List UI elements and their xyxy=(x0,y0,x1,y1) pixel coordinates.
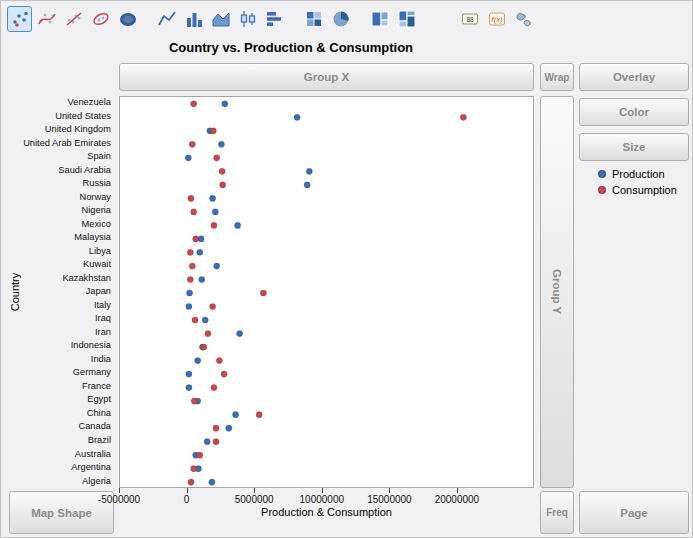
point-consumption[interactable] xyxy=(188,195,194,201)
point-production[interactable] xyxy=(199,276,205,282)
points-icon[interactable] xyxy=(7,6,32,32)
point-consumption[interactable] xyxy=(187,276,193,282)
point-production[interactable] xyxy=(197,249,203,255)
point-consumption[interactable] xyxy=(201,344,207,350)
point-production[interactable] xyxy=(222,101,228,107)
line-of-fit-icon[interactable] xyxy=(61,6,86,32)
drop-zone-overlay[interactable]: Overlay xyxy=(579,63,689,91)
map-shapes-icon[interactable] xyxy=(511,6,536,32)
point-consumption[interactable] xyxy=(210,128,216,134)
point-consumption[interactable] xyxy=(187,249,193,255)
svg-text:88: 88 xyxy=(466,16,474,23)
mosaic-icon[interactable] xyxy=(394,6,419,32)
legend-item-consumption[interactable]: Consumption xyxy=(598,184,677,196)
point-production[interactable] xyxy=(294,114,300,120)
y-axis-category: Kuwait xyxy=(15,258,116,272)
y-axis-category: India xyxy=(15,353,116,367)
drop-zone-group-x[interactable]: Group X xyxy=(119,63,534,91)
point-consumption[interactable] xyxy=(189,141,195,147)
point-consumption[interactable] xyxy=(191,398,197,404)
point-production[interactable] xyxy=(304,182,310,188)
drop-zone-size[interactable]: Size xyxy=(579,133,689,161)
y-axis-category: Kazakhstan xyxy=(15,272,116,286)
point-production[interactable] xyxy=(209,479,215,485)
point-production[interactable] xyxy=(233,412,239,418)
point-production[interactable] xyxy=(186,371,192,377)
drop-zone-color[interactable]: Color xyxy=(579,98,689,126)
point-consumption[interactable] xyxy=(189,263,195,269)
point-production[interactable] xyxy=(210,195,216,201)
area-icon[interactable] xyxy=(208,6,233,32)
point-production[interactable] xyxy=(204,439,210,445)
x-tick-label: 10000000 xyxy=(300,494,345,505)
heatmap-icon[interactable] xyxy=(301,6,326,32)
contour-icon[interactable] xyxy=(115,6,140,32)
point-consumption[interactable] xyxy=(214,155,220,161)
drop-zone-group-y[interactable]: Group Y xyxy=(540,96,574,488)
point-production[interactable] xyxy=(187,290,193,296)
graph-builder-window: 88f(x) Country vs. Production & Consumpt… xyxy=(0,0,693,538)
point-consumption[interactable] xyxy=(213,439,219,445)
y-axis-category: Mexico xyxy=(15,218,116,232)
point-consumption[interactable] xyxy=(211,385,217,391)
point-consumption[interactable] xyxy=(220,182,226,188)
point-consumption[interactable] xyxy=(193,236,199,242)
legend: ProductionConsumption xyxy=(598,168,677,196)
point-consumption[interactable] xyxy=(210,303,216,309)
bar-icon[interactable] xyxy=(181,6,206,32)
point-production[interactable] xyxy=(185,155,191,161)
y-axis-labels: VenezuelaUnited StatesUnited KingdomUnit… xyxy=(15,96,116,488)
formula-icon[interactable]: f(x) xyxy=(484,6,509,32)
point-consumption[interactable] xyxy=(260,290,266,296)
point-consumption[interactable] xyxy=(197,452,203,458)
drop-zone-group-x-label: Group X xyxy=(304,71,349,83)
y-axis-category: Iran xyxy=(15,326,116,340)
point-production[interactable] xyxy=(237,331,243,337)
y-axis-category: Indonesia xyxy=(15,339,116,353)
legend-item-production[interactable]: Production xyxy=(598,168,677,180)
drop-zone-freq[interactable]: Freq xyxy=(540,491,574,534)
point-production[interactable] xyxy=(202,317,208,323)
drop-zone-color-label: Color xyxy=(619,106,649,118)
point-consumption[interactable] xyxy=(256,412,262,418)
x-tick-label: 0 xyxy=(184,494,190,505)
y-axis-category: Argentina xyxy=(15,461,116,475)
y-axis-category: Australia xyxy=(15,447,116,461)
y-axis-category: Brazil xyxy=(15,434,116,448)
point-consumption[interactable] xyxy=(191,101,197,107)
drop-zone-page[interactable]: Page xyxy=(579,491,689,534)
x-tick-mark xyxy=(254,488,255,493)
point-consumption[interactable] xyxy=(460,114,466,120)
point-production[interactable] xyxy=(306,168,312,174)
point-consumption[interactable] xyxy=(211,222,217,228)
box-plot-icon[interactable] xyxy=(235,6,260,32)
point-production[interactable] xyxy=(186,385,192,391)
treemap-icon[interactable] xyxy=(367,6,392,32)
point-consumption[interactable] xyxy=(205,331,211,337)
x-tick-label: -5000000 xyxy=(98,494,140,505)
point-consumption[interactable] xyxy=(219,168,225,174)
point-production[interactable] xyxy=(195,358,201,364)
line-icon[interactable] xyxy=(154,6,179,32)
ellipse-icon[interactable] xyxy=(88,6,113,32)
point-production[interactable] xyxy=(214,263,220,269)
point-consumption[interactable] xyxy=(188,479,194,485)
histogram-icon[interactable] xyxy=(262,6,287,32)
smoother-icon[interactable] xyxy=(34,6,59,32)
point-consumption[interactable] xyxy=(191,209,197,215)
point-production[interactable] xyxy=(212,209,218,215)
point-consumption[interactable] xyxy=(192,317,198,323)
point-production[interactable] xyxy=(235,222,241,228)
point-consumption[interactable] xyxy=(213,425,219,431)
point-consumption[interactable] xyxy=(216,358,222,364)
pie-icon[interactable] xyxy=(328,6,353,32)
point-consumption[interactable] xyxy=(221,371,227,377)
scatter-plot xyxy=(120,97,535,489)
drop-zone-wrap[interactable]: Wrap xyxy=(540,63,574,91)
plot-area[interactable] xyxy=(119,96,534,488)
caption-box-icon[interactable]: 88 xyxy=(457,6,482,32)
point-production[interactable] xyxy=(186,303,192,309)
point-production[interactable] xyxy=(226,425,232,431)
point-production[interactable] xyxy=(218,141,224,147)
point-consumption[interactable] xyxy=(191,466,197,472)
